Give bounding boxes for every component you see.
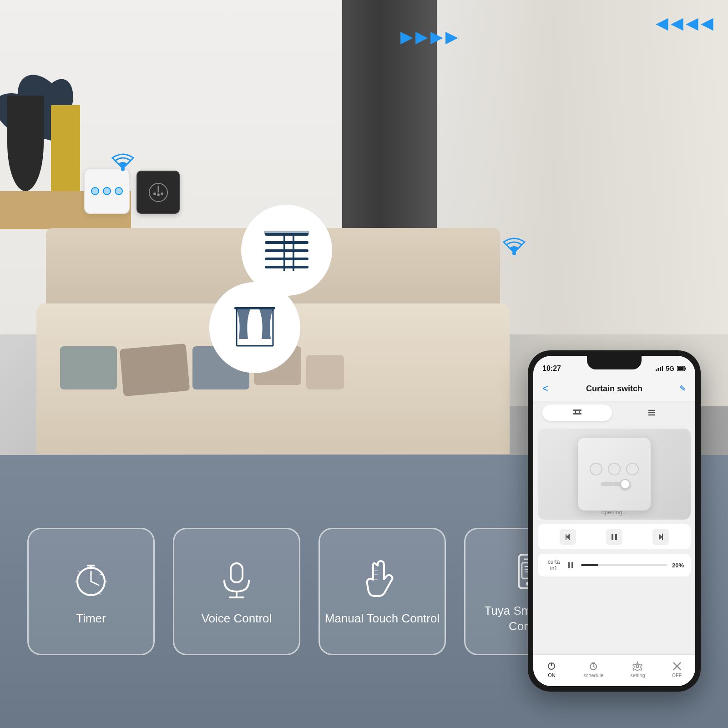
arrow-right-1: ▶ — [400, 27, 413, 46]
svg-rect-62 — [568, 562, 570, 568]
curtain-arrows-right: ▶ ▶ ▶ ▶ — [400, 27, 458, 46]
svg-line-28 — [78, 571, 80, 572]
svg-rect-51 — [575, 410, 576, 415]
tab-switches[interactable] — [542, 404, 612, 421]
ctrl-prev[interactable] — [560, 529, 576, 545]
phone-title: Curtain switch — [586, 384, 642, 394]
timer-icon — [68, 556, 114, 602]
feature-touch-label: Manual Touch Control — [325, 611, 440, 627]
signal-icon — [656, 366, 663, 371]
svg-line-21 — [91, 581, 99, 585]
feature-timer-label: Timer — [76, 611, 106, 627]
sw-btn-2 — [103, 187, 111, 195]
bottom-tab-setting-label: setting — [630, 672, 645, 678]
pillow-5 — [306, 355, 344, 389]
phone-content: opening... — [533, 424, 695, 654]
svg-rect-43 — [658, 368, 659, 371]
ctrl-pause[interactable] — [606, 529, 622, 545]
svg-rect-48 — [678, 367, 684, 370]
svg-rect-47 — [685, 367, 686, 369]
battery-icon — [677, 366, 686, 371]
bottom-tab-off[interactable]: OFF — [672, 661, 682, 678]
svg-point-2 — [157, 193, 160, 196]
svg-rect-50 — [573, 413, 581, 415]
svg-line-68 — [593, 667, 595, 667]
touch-icon — [359, 556, 405, 602]
phone-time: 10:27 — [542, 364, 561, 373]
svg-rect-14 — [264, 231, 309, 234]
phone-tab-bar — [533, 401, 695, 424]
svg-marker-56 — [566, 534, 570, 540]
phone-mockup: 10:27 5G — [528, 350, 701, 692]
svg-rect-59 — [615, 534, 617, 540]
switch-device — [578, 438, 651, 511]
features-section: Timer Voice Control Manual Touch Control — [0, 455, 728, 728]
ctrl-next[interactable] — [652, 529, 669, 545]
progress-track — [581, 564, 667, 566]
blinds-icon — [257, 221, 316, 280]
svg-point-6 — [512, 252, 516, 255]
vase-dark — [7, 96, 44, 191]
vase-gold — [51, 105, 80, 191]
arrow-left-4: ◀ — [701, 14, 713, 33]
progress-label: 20% — [672, 562, 684, 569]
curtains-icon — [225, 298, 284, 357]
bottom-tab-on[interactable]: ON — [546, 661, 556, 678]
phone-header: < Curtain switch ✎ — [533, 376, 695, 401]
tab-list[interactable] — [617, 404, 686, 421]
arrow-left-1: ◀ — [656, 14, 668, 33]
bottom-tab-schedule[interactable]: schedule — [583, 661, 603, 678]
svg-point-70 — [636, 665, 639, 667]
switch-black-icon — [147, 181, 170, 204]
back-button[interactable]: < — [542, 383, 548, 394]
progress-fill — [581, 564, 598, 566]
svg-rect-44 — [660, 367, 661, 371]
svg-rect-42 — [656, 369, 657, 371]
opening-text: opening... — [601, 509, 627, 516]
pillow-1 — [60, 346, 117, 389]
device-btn-1 — [590, 463, 602, 475]
svg-rect-69 — [592, 662, 595, 664]
svg-rect-29 — [231, 563, 243, 582]
wifi-signal-1 — [105, 143, 141, 182]
arrow-right-3: ▶ — [430, 27, 443, 46]
pause-small-icon — [567, 561, 576, 569]
curtain-arrows-left: ◀ ◀ ◀ ◀ — [656, 14, 713, 33]
settings-icon — [632, 661, 642, 671]
svg-rect-49 — [573, 410, 581, 411]
arrow-left-3: ◀ — [686, 14, 698, 33]
control-bar — [538, 524, 691, 549]
bottom-tab-off-label: OFF — [672, 672, 682, 678]
feature-voice: Voice Control — [173, 528, 300, 655]
sw-btn-3 — [115, 187, 123, 195]
curtains-icon-circle — [209, 282, 300, 373]
scene-row: curta in1 20% — [538, 554, 691, 576]
scene-label-1: curta — [548, 559, 560, 565]
device-btn-3 — [626, 463, 639, 475]
opening-status: opening... — [538, 508, 691, 516]
off-icon — [672, 661, 682, 671]
svg-rect-63 — [571, 562, 573, 568]
svg-point-4 — [161, 192, 163, 195]
bottom-tab-schedule-label: schedule — [583, 672, 603, 678]
svg-rect-58 — [612, 534, 613, 540]
svg-marker-60 — [659, 534, 662, 540]
svg-point-5 — [121, 167, 125, 171]
edit-button[interactable]: ✎ — [679, 384, 686, 394]
bottom-tab-setting[interactable]: setting — [630, 661, 645, 678]
feature-timer: Timer — [27, 528, 155, 655]
pillow-2 — [120, 344, 190, 396]
svg-rect-52 — [579, 410, 580, 415]
voice-icon — [214, 556, 259, 602]
sw-btn-1 — [91, 187, 99, 195]
svg-line-25 — [99, 593, 101, 595]
scene-label: curta in1 — [545, 559, 563, 571]
wall-switch-black[interactable] — [136, 171, 180, 214]
arrow-right-4: ▶ — [445, 27, 458, 46]
device-btn-2 — [608, 463, 621, 475]
feature-voice-label: Voice Control — [202, 611, 272, 627]
bottom-tab-on-label: ON — [548, 672, 556, 678]
svg-rect-45 — [662, 366, 663, 371]
scene-label-2: in1 — [550, 565, 557, 571]
svg-rect-15 — [234, 307, 275, 309]
